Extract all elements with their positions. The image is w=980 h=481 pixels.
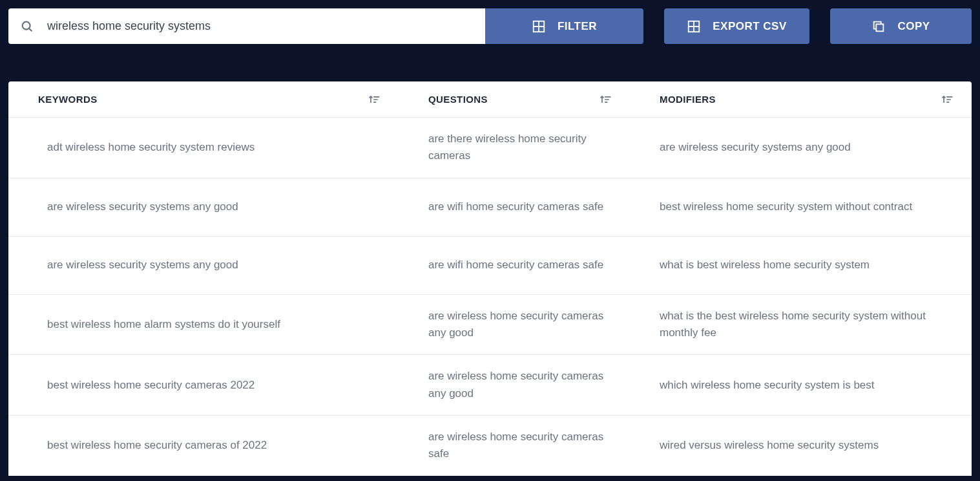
column-label: KEYWORDS: [38, 94, 98, 105]
toolbar: FILTER EXPORT CSV COPY: [0, 0, 980, 52]
sort-icon[interactable]: [368, 93, 381, 106]
keyword-cell[interactable]: adt wireless home security system review…: [8, 126, 399, 169]
column-header-modifiers: MODIFIERS: [630, 81, 972, 117]
modifier-cell[interactable]: what is the best wireless home security …: [630, 295, 972, 355]
question-cell[interactable]: are wireless home security cameras any g…: [399, 355, 630, 415]
table-row: adt wireless home security system review…: [8, 118, 972, 178]
svg-point-0: [23, 21, 30, 29]
column-headers: KEYWORDS QUESTIONS: [8, 81, 972, 118]
filter-label: FILTER: [558, 20, 597, 33]
grid-icon: [687, 19, 701, 34]
copy-icon: [871, 19, 886, 34]
table-row: are wireless security systems any good a…: [8, 178, 972, 237]
question-cell[interactable]: are there wireless home security cameras: [399, 118, 630, 178]
table-body: adt wireless home security system review…: [8, 118, 972, 476]
filter-button[interactable]: FILTER: [485, 8, 643, 44]
table-row: best wireless home security cameras 2022…: [8, 355, 972, 416]
column-header-keywords: KEYWORDS: [8, 81, 399, 117]
keyword-cell[interactable]: best wireless home security cameras 2022: [8, 364, 399, 407]
search-filter-group: FILTER: [8, 8, 643, 44]
question-cell[interactable]: are wireless home security cameras safe: [399, 416, 630, 476]
question-cell[interactable]: are wifi home security cameras safe: [399, 186, 630, 228]
question-cell[interactable]: are wifi home security cameras safe: [399, 244, 630, 286]
export-csv-button[interactable]: EXPORT CSV: [664, 8, 809, 44]
column-label: QUESTIONS: [428, 94, 488, 105]
sort-icon[interactable]: [941, 93, 954, 106]
grid-icon: [532, 19, 546, 34]
keyword-cell[interactable]: are wireless security systems any good: [8, 186, 399, 228]
question-cell[interactable]: are wireless home security cameras any g…: [399, 295, 630, 355]
table-row: best wireless home alarm systems do it y…: [8, 295, 972, 356]
results-panel: KEYWORDS QUESTIONS: [8, 81, 972, 476]
modifier-cell[interactable]: which wireless home security system is b…: [630, 364, 972, 407]
keyword-cell[interactable]: best wireless home alarm systems do it y…: [8, 303, 399, 346]
keyword-cell[interactable]: best wireless home security cameras of 2…: [8, 424, 399, 467]
sort-icon[interactable]: [599, 93, 612, 106]
search-icon: [20, 19, 34, 34]
copy-button[interactable]: COPY: [830, 8, 972, 44]
modifier-cell[interactable]: wired versus wireless home security syst…: [630, 424, 972, 467]
table-row: are wireless security systems any good a…: [8, 237, 972, 295]
table-row: best wireless home security cameras of 2…: [8, 416, 972, 476]
keyword-cell[interactable]: are wireless security systems any good: [8, 244, 399, 286]
copy-label: COPY: [897, 20, 930, 33]
search-input[interactable]: [47, 19, 474, 33]
svg-rect-8: [877, 24, 884, 31]
modifier-cell[interactable]: are wireless security systems any good: [630, 126, 972, 169]
svg-line-1: [29, 28, 32, 30]
search-box[interactable]: [8, 8, 485, 44]
column-header-questions: QUESTIONS: [399, 81, 630, 117]
column-label: MODIFIERS: [660, 94, 716, 105]
export-label: EXPORT CSV: [713, 20, 787, 33]
modifier-cell[interactable]: what is best wireless home security syst…: [630, 244, 972, 286]
modifier-cell[interactable]: best wireless home security system witho…: [630, 186, 972, 228]
